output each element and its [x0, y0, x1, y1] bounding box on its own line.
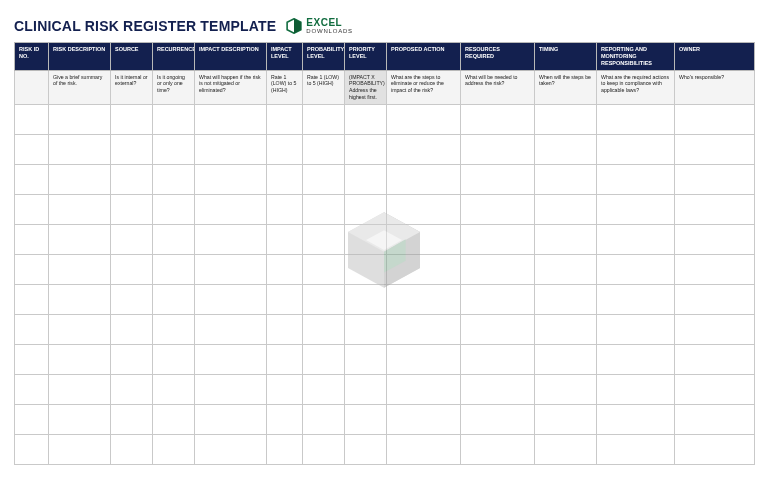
table-cell[interactable]: [675, 314, 755, 344]
table-cell[interactable]: [345, 164, 387, 194]
table-cell[interactable]: [111, 104, 153, 134]
table-cell[interactable]: [195, 374, 267, 404]
table-cell[interactable]: [461, 314, 535, 344]
table-cell[interactable]: [49, 284, 111, 314]
table-cell[interactable]: [15, 344, 49, 374]
table-cell[interactable]: [387, 434, 461, 464]
table-cell[interactable]: [461, 254, 535, 284]
table-cell[interactable]: [49, 134, 111, 164]
table-cell[interactable]: [535, 164, 597, 194]
table-cell[interactable]: [49, 344, 111, 374]
table-cell[interactable]: [15, 374, 49, 404]
table-cell[interactable]: [15, 314, 49, 344]
table-cell[interactable]: [267, 194, 303, 224]
table-cell[interactable]: [387, 224, 461, 254]
table-cell[interactable]: [461, 404, 535, 434]
table-cell[interactable]: [675, 134, 755, 164]
table-cell[interactable]: [675, 254, 755, 284]
table-cell[interactable]: [195, 434, 267, 464]
table-cell[interactable]: [303, 254, 345, 284]
table-cell[interactable]: [267, 224, 303, 254]
table-cell[interactable]: [15, 224, 49, 254]
table-cell[interactable]: [49, 404, 111, 434]
table-cell[interactable]: [345, 134, 387, 164]
table-cell[interactable]: [597, 194, 675, 224]
table-cell[interactable]: [387, 104, 461, 134]
table-cell[interactable]: [597, 254, 675, 284]
table-cell[interactable]: [675, 164, 755, 194]
table-cell[interactable]: [303, 434, 345, 464]
table-cell[interactable]: [597, 314, 675, 344]
table-cell[interactable]: [387, 194, 461, 224]
table-cell[interactable]: [195, 314, 267, 344]
table-cell[interactable]: [461, 434, 535, 464]
table-cell[interactable]: [49, 224, 111, 254]
table-cell[interactable]: [15, 104, 49, 134]
table-cell[interactable]: [15, 254, 49, 284]
table-cell[interactable]: [153, 284, 195, 314]
table-cell[interactable]: [195, 404, 267, 434]
table-cell[interactable]: [153, 134, 195, 164]
table-cell[interactable]: [345, 374, 387, 404]
table-cell[interactable]: [153, 194, 195, 224]
table-cell[interactable]: [15, 284, 49, 314]
table-cell[interactable]: [345, 224, 387, 254]
table-cell[interactable]: [303, 164, 345, 194]
table-cell[interactable]: [267, 374, 303, 404]
table-cell[interactable]: [345, 434, 387, 464]
table-cell[interactable]: [345, 314, 387, 344]
table-cell[interactable]: [535, 404, 597, 434]
table-cell[interactable]: [111, 134, 153, 164]
table-cell[interactable]: [303, 344, 345, 374]
table-cell[interactable]: [675, 284, 755, 314]
table-cell[interactable]: [267, 344, 303, 374]
table-cell[interactable]: [153, 164, 195, 194]
table-cell[interactable]: [111, 314, 153, 344]
table-cell[interactable]: [597, 134, 675, 164]
table-cell[interactable]: [267, 164, 303, 194]
table-cell[interactable]: [535, 254, 597, 284]
table-cell[interactable]: [153, 254, 195, 284]
table-cell[interactable]: [111, 434, 153, 464]
table-cell[interactable]: [153, 344, 195, 374]
table-cell[interactable]: [49, 434, 111, 464]
table-cell[interactable]: [15, 164, 49, 194]
table-cell[interactable]: [195, 134, 267, 164]
table-cell[interactable]: [195, 194, 267, 224]
table-cell[interactable]: [597, 434, 675, 464]
table-cell[interactable]: [111, 344, 153, 374]
table-cell[interactable]: [153, 224, 195, 254]
table-cell[interactable]: [195, 254, 267, 284]
table-cell[interactable]: [49, 314, 111, 344]
table-cell[interactable]: [535, 134, 597, 164]
table-cell[interactable]: [49, 104, 111, 134]
table-cell[interactable]: [675, 434, 755, 464]
table-cell[interactable]: [267, 314, 303, 344]
table-cell[interactable]: [303, 284, 345, 314]
table-cell[interactable]: [303, 134, 345, 164]
table-cell[interactable]: [267, 104, 303, 134]
table-cell[interactable]: [49, 164, 111, 194]
table-cell[interactable]: [387, 314, 461, 344]
table-cell[interactable]: [303, 404, 345, 434]
table-cell[interactable]: [153, 374, 195, 404]
table-cell[interactable]: [303, 194, 345, 224]
table-cell[interactable]: [535, 284, 597, 314]
table-cell[interactable]: [461, 134, 535, 164]
table-cell[interactable]: [597, 404, 675, 434]
table-cell[interactable]: [303, 104, 345, 134]
table-cell[interactable]: [387, 404, 461, 434]
table-cell[interactable]: [461, 284, 535, 314]
table-cell[interactable]: [153, 104, 195, 134]
table-cell[interactable]: [597, 224, 675, 254]
table-cell[interactable]: [597, 374, 675, 404]
table-cell[interactable]: [387, 254, 461, 284]
table-cell[interactable]: [111, 164, 153, 194]
table-cell[interactable]: [461, 374, 535, 404]
table-cell[interactable]: [387, 374, 461, 404]
table-cell[interactable]: [461, 344, 535, 374]
table-cell[interactable]: [15, 434, 49, 464]
table-cell[interactable]: [195, 224, 267, 254]
table-cell[interactable]: [153, 404, 195, 434]
table-cell[interactable]: [345, 104, 387, 134]
